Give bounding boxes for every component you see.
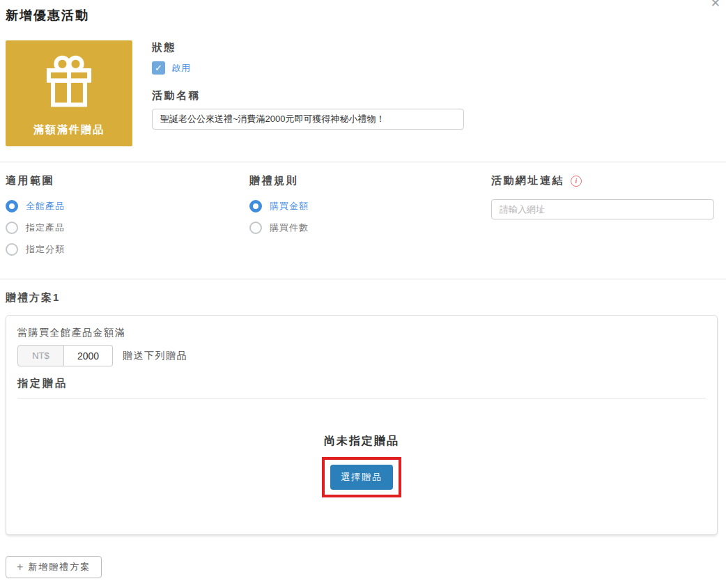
scope-label: 適用範圍: [6, 174, 54, 187]
plus-icon: +: [17, 561, 23, 573]
section-divider: [0, 279, 726, 279]
enable-checkbox-row[interactable]: ✓ 啟用: [152, 61, 191, 75]
enable-checkbox[interactable]: ✓: [152, 61, 165, 75]
annotation-highlight-box: 選擇贈品: [322, 457, 401, 497]
gift-icon: [38, 54, 100, 109]
activity-url-input[interactable]: [491, 199, 714, 219]
radio-scope-all-products[interactable]: 全館產品: [6, 200, 65, 212]
radio-label: 全館產品: [26, 200, 65, 212]
empty-gifts-state: 尚未指定贈品 選擇贈品: [6, 434, 717, 497]
gift-plan-panel: 當購買全館產品金額滿 NT$ 贈送下列贈品 指定贈品 尚未指定贈品 選擇贈品: [6, 315, 718, 535]
radio-unselected-icon: [249, 222, 262, 234]
condition-suffix-label: 贈送下列贈品: [123, 350, 187, 362]
amount-input[interactable]: [64, 345, 113, 366]
radio-rule-purchase-amount[interactable]: 購買金額: [249, 200, 309, 212]
info-icon[interactable]: i: [571, 176, 582, 187]
promo-type-card: 滿額滿件贈品: [6, 40, 132, 146]
select-gift-button[interactable]: 選擇贈品: [330, 465, 393, 490]
add-gift-plan-label: 新增贈禮方案: [28, 561, 91, 573]
close-icon[interactable]: ✕: [711, 0, 720, 9]
amount-input-group: NT$ 贈送下列贈品: [17, 345, 187, 366]
page-title: 新增優惠活動: [6, 7, 89, 24]
radio-rule-purchase-quantity[interactable]: 購買件數: [249, 222, 309, 234]
activity-name-input[interactable]: [152, 109, 464, 130]
currency-prefix: NT$: [17, 345, 64, 366]
panel-divider: [17, 398, 706, 399]
radio-label: 指定產品: [26, 222, 65, 234]
check-icon: ✓: [155, 63, 162, 72]
enable-checkbox-label[interactable]: 啟用: [171, 62, 191, 75]
radio-unselected-icon: [6, 222, 18, 234]
activity-url-label-text: 活動網址連結: [491, 174, 564, 187]
status-label: 狀態: [152, 41, 176, 54]
gift-plan-title: 贈禮方案1: [6, 291, 60, 304]
activity-name-label: 活動名稱: [152, 89, 201, 102]
condition-label: 當購買全館產品金額滿: [17, 327, 125, 339]
empty-gifts-text: 尚未指定贈品: [6, 434, 717, 449]
promo-type-label: 滿額滿件贈品: [6, 123, 132, 137]
section-divider: [0, 162, 726, 162]
activity-url-label: 活動網址連結 i: [491, 174, 582, 187]
designated-gifts-label: 指定贈品: [17, 377, 68, 390]
radio-scope-specific-products[interactable]: 指定產品: [6, 222, 65, 234]
create-promotion-dialog: ✕ 新增優惠活動 滿額滿件贈品 狀態 ✓ 啟用 活動名稱 適用範圍 全館產品 指…: [0, 0, 726, 588]
radio-selected-icon: [249, 200, 262, 212]
radio-scope-specific-categories[interactable]: 指定分類: [6, 243, 65, 256]
add-gift-plan-button[interactable]: + 新增贈禮方案: [6, 556, 102, 578]
radio-selected-icon: [6, 200, 18, 212]
radio-label: 指定分類: [26, 243, 65, 256]
radio-label: 購買金額: [270, 200, 309, 212]
radio-label: 購買件數: [270, 222, 309, 234]
gift-rule-label: 贈禮規則: [249, 174, 298, 187]
radio-unselected-icon: [6, 243, 18, 256]
